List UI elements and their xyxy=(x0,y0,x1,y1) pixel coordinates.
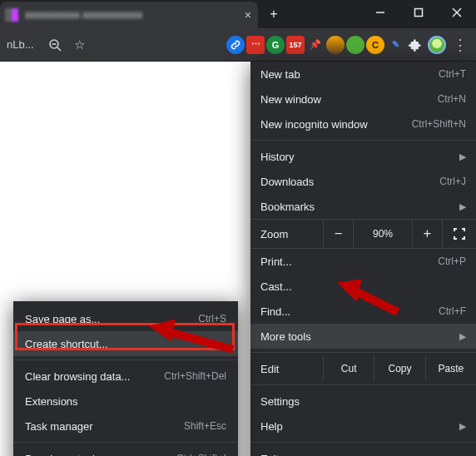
menu-label: Downloads xyxy=(260,176,314,188)
menu-edit-row: Edit Cut Copy Paste xyxy=(250,356,476,381)
window-close-button[interactable] xyxy=(438,0,476,25)
menu-shortcut: Ctrl+N xyxy=(438,93,466,105)
chrome-main-menu: New tab Ctrl+T New window Ctrl+N New inc… xyxy=(250,62,476,456)
menu-separator xyxy=(13,442,238,443)
extension-red-icon[interactable]: ⋯ xyxy=(246,36,265,54)
extension-gmail-badge[interactable]: 157 xyxy=(286,36,305,54)
window-titlebar: xxxxxxxxxxx xxxxxxxxxxxx × + xyxy=(0,0,476,28)
menu-bookmarks[interactable]: Bookmarks ▶ xyxy=(250,194,476,219)
menu-shortcut: Ctrl+Shift+Del xyxy=(164,370,226,382)
submenu-create-shortcut[interactable]: Create shortcut... xyxy=(13,331,238,356)
menu-label: Create shortcut... xyxy=(25,338,108,350)
menu-find[interactable]: Find... Ctrl+F xyxy=(250,299,476,324)
menu-settings[interactable]: Settings xyxy=(250,389,476,414)
extension-link-icon[interactable] xyxy=(226,36,245,54)
menu-label: Print... xyxy=(260,255,292,268)
extension-frog-icon[interactable] xyxy=(346,36,364,54)
browser-toolbar: nLb... ☆ ⋯ G 157 📌 C ✎ ⋮ xyxy=(0,28,476,62)
svg-line-5 xyxy=(57,47,61,51)
extension-badger-icon[interactable] xyxy=(326,36,345,54)
menu-label: New window xyxy=(260,93,321,106)
extension-grammarly-icon[interactable]: G xyxy=(266,36,285,54)
zoom-out-button[interactable]: − xyxy=(324,220,354,248)
chevron-right-icon: ▶ xyxy=(459,151,466,162)
menu-label: Cast... xyxy=(260,280,292,293)
menu-label: Developer tools xyxy=(25,453,100,457)
submenu-task-manager[interactable]: Task manager Shift+Esc xyxy=(13,414,238,439)
menu-separator xyxy=(250,442,476,443)
menu-exit[interactable]: Exit xyxy=(250,446,476,456)
pin-icon[interactable]: 📌 xyxy=(306,36,325,54)
chevron-right-icon: ▶ xyxy=(459,331,466,342)
browser-tab[interactable]: xxxxxxxxxxx xxxxxxxxxxxx × xyxy=(0,2,258,28)
menu-label: Task manager xyxy=(25,420,93,433)
more-tools-submenu: Save page as... Ctrl+S Create shortcut..… xyxy=(13,301,238,456)
menu-help[interactable]: Help ▶ xyxy=(250,414,476,439)
menu-label: Extensions xyxy=(25,395,78,408)
tab-favicon xyxy=(5,8,18,22)
edit-cut-button[interactable]: Cut xyxy=(324,356,374,381)
menu-history[interactable]: History ▶ xyxy=(250,144,476,169)
menu-label: Bookmarks xyxy=(260,201,315,213)
menu-shortcut: Ctrl+Shift+N xyxy=(412,118,466,130)
menu-shortcut: Ctrl+J xyxy=(439,176,466,187)
submenu-extensions[interactable]: Extensions xyxy=(13,389,238,414)
menu-cast[interactable]: Cast... xyxy=(250,274,476,299)
menu-new-tab[interactable]: New tab Ctrl+T xyxy=(250,62,476,87)
page-content-area xyxy=(0,62,241,295)
menu-label: Help xyxy=(260,420,283,433)
zoom-label: Zoom xyxy=(250,220,324,248)
menu-label: Settings xyxy=(260,395,300,408)
zoom-percent: 90% xyxy=(354,220,413,248)
menu-new-window[interactable]: New window Ctrl+N xyxy=(250,87,476,112)
menu-label: Find... xyxy=(260,305,290,318)
menu-label: History xyxy=(260,151,294,163)
profile-avatar[interactable] xyxy=(428,36,446,54)
menu-new-incognito[interactable]: New incognito window Ctrl+Shift+N xyxy=(250,112,476,136)
svg-rect-1 xyxy=(415,9,423,17)
window-maximize-button[interactable] xyxy=(399,0,438,25)
chevron-right-icon: ▶ xyxy=(459,201,466,212)
extensions-puzzle-icon[interactable] xyxy=(406,36,424,54)
chrome-menu-button[interactable]: ⋮ xyxy=(449,34,471,56)
extension-c-icon[interactable]: C xyxy=(366,36,384,54)
window-minimize-button[interactable] xyxy=(361,0,399,25)
menu-shortcut: Ctrl+P xyxy=(438,255,466,267)
zoom-icon[interactable] xyxy=(43,33,67,57)
menu-label: Clear browsing data... xyxy=(25,370,130,383)
submenu-clear-browsing-data[interactable]: Clear browsing data... Ctrl+Shift+Del xyxy=(13,364,238,389)
menu-shortcut: Ctrl+F xyxy=(439,305,466,317)
menu-label: New incognito window xyxy=(260,118,368,131)
menu-print[interactable]: Print... Ctrl+P xyxy=(250,249,476,274)
menu-downloads[interactable]: Downloads Ctrl+J xyxy=(250,169,476,194)
submenu-save-page[interactable]: Save page as... Ctrl+S xyxy=(13,306,238,331)
menu-shortcut: Ctrl+Shift+I xyxy=(176,453,226,456)
new-tab-button[interactable]: + xyxy=(265,5,283,23)
menu-separator xyxy=(250,384,476,385)
edit-label: Edit xyxy=(250,356,324,381)
menu-separator xyxy=(250,140,476,141)
menu-separator xyxy=(13,359,238,360)
address-fragment: nLb... xyxy=(7,38,34,51)
bookmark-star-icon[interactable]: ☆ xyxy=(68,33,92,57)
menu-shortcut: Ctrl+T xyxy=(439,68,466,80)
menu-more-tools[interactable]: More tools ▶ xyxy=(250,324,476,349)
menu-label: Exit xyxy=(260,453,279,457)
menu-label: New tab xyxy=(260,68,300,81)
submenu-developer-tools[interactable]: Developer tools Ctrl+Shift+I xyxy=(13,446,238,456)
tab-title: xxxxxxxxxxx xxxxxxxxxxxx xyxy=(25,9,238,21)
menu-zoom-row: Zoom − 90% + xyxy=(250,219,476,249)
edit-paste-button[interactable]: Paste xyxy=(426,356,476,381)
extension-pen-icon[interactable]: ✎ xyxy=(386,36,404,54)
close-tab-icon[interactable]: × xyxy=(245,8,251,22)
extensions-row: ⋯ G 157 📌 C ✎ xyxy=(226,36,424,54)
menu-label: More tools xyxy=(260,330,311,343)
fullscreen-button[interactable] xyxy=(443,220,476,248)
chevron-right-icon: ▶ xyxy=(459,421,466,432)
edit-copy-button[interactable]: Copy xyxy=(374,356,425,381)
menu-shortcut: Shift+Esc xyxy=(184,420,226,432)
menu-shortcut: Ctrl+S xyxy=(198,313,226,325)
menu-separator xyxy=(250,352,476,353)
menu-label: Save page as... xyxy=(25,313,100,325)
zoom-in-button[interactable]: + xyxy=(413,220,443,248)
